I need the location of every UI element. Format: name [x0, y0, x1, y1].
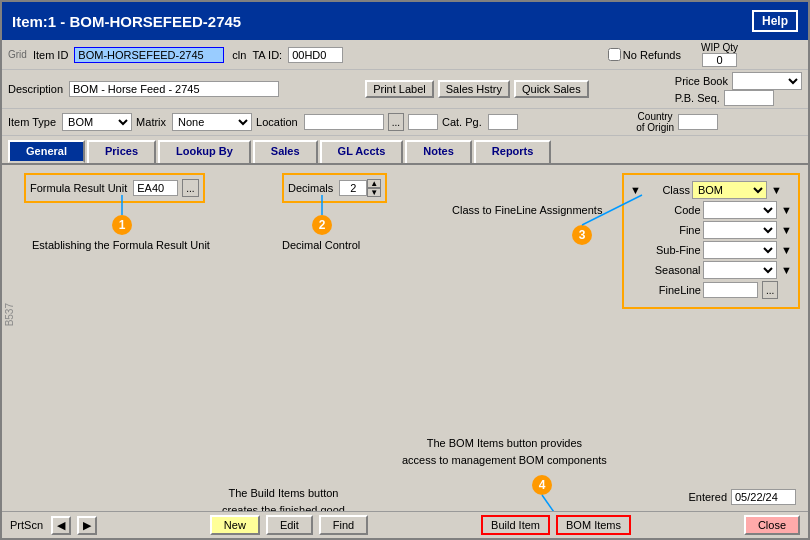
- annotation-4-bubble: 4: [532, 475, 552, 495]
- location-extra-input[interactable]: [408, 114, 438, 130]
- formula-result-unit-label: Formula Result Unit: [30, 182, 127, 194]
- tab-reports[interactable]: Reports: [474, 140, 552, 163]
- help-button[interactable]: Help: [752, 10, 798, 32]
- annotation-1-bubble: 1: [112, 215, 132, 235]
- no-refunds-checkbox[interactable]: [608, 48, 621, 61]
- price-book-area: Price Book P.B. Seq.: [675, 72, 802, 106]
- cln-label: cln: [232, 49, 246, 61]
- find-button[interactable]: Find: [319, 515, 368, 535]
- formula-result-unit-box: Formula Result Unit ...: [24, 173, 205, 203]
- wip-qty-input[interactable]: [702, 53, 737, 67]
- tab-lookup-by[interactable]: Lookup By: [158, 140, 251, 163]
- new-button[interactable]: New: [210, 515, 260, 535]
- ta-id-input[interactable]: [288, 47, 343, 63]
- no-refunds-area: No Refunds: [608, 48, 681, 61]
- nav-next-button[interactable]: ▶: [77, 516, 97, 535]
- seasonal-row: Seasonal ▼: [630, 261, 792, 279]
- build-item-button[interactable]: Build Item: [481, 515, 550, 535]
- matrix-select[interactable]: None: [172, 113, 252, 131]
- item-type-label: Item Type: [8, 116, 56, 128]
- tab-bar: General Prices Lookup By Sales GL Accts …: [2, 136, 808, 165]
- svg-line-3: [542, 495, 577, 511]
- edit-button[interactable]: Edit: [266, 515, 313, 535]
- prtscn-label: PrtScn: [10, 519, 43, 531]
- decimals-increment-button[interactable]: ▲: [367, 179, 381, 188]
- bom-items-button[interactable]: BOM Items: [556, 515, 631, 535]
- window-title: Item:1 - BOM-HORSEFEED-2745: [12, 13, 241, 30]
- entered-label: Entered: [688, 491, 727, 503]
- tab-notes[interactable]: Notes: [405, 140, 472, 163]
- tab-gl-accts[interactable]: GL Accts: [320, 140, 404, 163]
- annotation-2-bubble: 2: [312, 215, 332, 235]
- price-book-select[interactable]: [732, 72, 802, 90]
- sub-fine-label: Sub-Fine: [646, 244, 701, 256]
- sales-hstry-button[interactable]: Sales Hstry: [438, 80, 510, 98]
- fineline-row: FineLine ...: [630, 281, 792, 299]
- fineline-input[interactable]: [703, 282, 758, 298]
- cat-pg-input[interactable]: [488, 114, 518, 130]
- nav-prev-button[interactable]: ◀: [51, 516, 71, 535]
- annotation-4-text: The BOM Items button providesaccess to m…: [402, 435, 607, 468]
- fine-row: Fine ▼: [630, 221, 792, 239]
- decimals-box: Decimals ▲ ▼: [282, 173, 387, 203]
- pb-seq-input[interactable]: [724, 90, 774, 106]
- item-type-select[interactable]: BOM: [62, 113, 132, 131]
- decimals-label: Decimals: [288, 182, 333, 194]
- seasonal-select[interactable]: [703, 261, 778, 279]
- formula-unit-ellipsis-button[interactable]: ...: [182, 179, 198, 197]
- formula-result-unit-input[interactable]: [133, 180, 178, 196]
- content-area: B537 Formula Result Unit ... Decimals ▲ …: [2, 165, 808, 511]
- print-label-button[interactable]: Print Label: [365, 80, 434, 98]
- fineline-ellipsis-button[interactable]: ...: [762, 281, 778, 299]
- annotation-2-text: Decimal Control: [282, 239, 360, 251]
- annotation-1-text: Establishing the Formula Result Unit: [32, 239, 210, 251]
- class-row: ▼ Class BOM ▼: [630, 181, 792, 199]
- wip-area: WIP Qty: [701, 42, 738, 67]
- matrix-label: Matrix: [136, 116, 166, 128]
- entered-input[interactable]: [731, 489, 796, 505]
- class-label: Class: [645, 184, 690, 196]
- class-select[interactable]: BOM: [692, 181, 767, 199]
- code-label: Code: [646, 204, 701, 216]
- fine-select[interactable]: [703, 221, 778, 239]
- sub-fine-select[interactable]: [703, 241, 778, 259]
- grid-label: Grid: [8, 49, 27, 60]
- country-origin-label2: of Origin: [636, 122, 674, 133]
- decimals-spinbox: ▲ ▼: [339, 179, 381, 197]
- decimals-input[interactable]: [339, 180, 367, 196]
- cat-pg-label: Cat. Pg.: [442, 116, 482, 128]
- fine-label: Fine: [646, 224, 701, 236]
- side-label: B537: [4, 303, 15, 326]
- wip-qty-label: WIP Qty: [701, 42, 738, 53]
- decimals-spinbox-buttons: ▲ ▼: [367, 179, 381, 197]
- country-origin-input[interactable]: [678, 114, 718, 130]
- description-label: Description: [8, 83, 63, 95]
- tab-general[interactable]: General: [8, 140, 85, 163]
- code-select[interactable]: [703, 201, 778, 219]
- annotation-3-text: Class to FineLine Assignments: [452, 203, 602, 218]
- price-book-label: Price Book: [675, 75, 728, 87]
- location-label: Location: [256, 116, 298, 128]
- main-window: Item:1 - BOM-HORSEFEED-2745 Help Grid It…: [0, 0, 810, 540]
- title-bar: Item:1 - BOM-HORSEFEED-2745 Help: [2, 2, 808, 40]
- ta-id-label: TA ID:: [252, 49, 282, 61]
- item-id-label: Item ID: [33, 49, 68, 61]
- description-input[interactable]: [69, 81, 279, 97]
- seasonal-label: Seasonal: [646, 264, 701, 276]
- decimals-decrement-button[interactable]: ▼: [367, 188, 381, 197]
- close-button[interactable]: Close: [744, 515, 800, 535]
- no-refunds-label: No Refunds: [623, 49, 681, 61]
- quick-sales-button[interactable]: Quick Sales: [514, 80, 589, 98]
- tab-sales[interactable]: Sales: [253, 140, 318, 163]
- annotation-3-bubble: 3: [572, 225, 592, 245]
- tab-prices[interactable]: Prices: [87, 140, 156, 163]
- fineline-label: FineLine: [646, 284, 701, 296]
- item-id-input[interactable]: [74, 47, 224, 63]
- class-fineline-box: ▼ Class BOM ▼ Code ▼ Fine ▼ S: [622, 173, 800, 309]
- code-row: Code ▼: [630, 201, 792, 219]
- entered-area: Entered: [688, 489, 796, 505]
- bottom-nav-bar: PrtScn ◀ ▶ New Edit Find Build Item BOM …: [2, 511, 808, 538]
- annotation-5-text: The Build Items buttoncreates the finish…: [222, 485, 345, 511]
- location-ellipsis-button[interactable]: ...: [388, 113, 404, 131]
- location-input[interactable]: [304, 114, 384, 130]
